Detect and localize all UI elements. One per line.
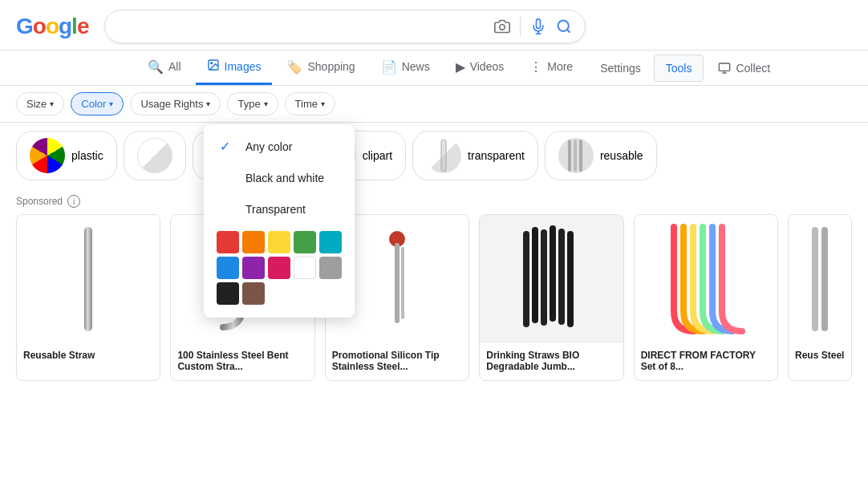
reusable-chip-image [558,138,594,173]
swatch-orange[interactable] [242,231,265,253]
search-input[interactable]: straws [118,19,494,34]
color-chevron-icon: ▾ [109,99,113,108]
card-info-3: Promotional Silicon Tip Stainless Steel.… [326,343,468,380]
card-info-5: DIRECT FROM FACTORY Set of 8... [635,343,777,380]
size-chevron-icon: ▾ [50,99,54,108]
card-info-6: Reus Steel [789,343,851,369]
search-bar: straws [104,10,586,43]
tools-button[interactable]: Tools [654,55,704,82]
settings-button[interactable]: Settings [590,55,651,81]
svg-rect-25 [523,231,529,327]
tab-videos[interactable]: ▶ Videos [444,51,516,85]
svg-point-0 [500,25,505,30]
size-filter[interactable]: Size ▾ [16,92,64,115]
usage-rights-chevron-icon: ▾ [206,99,210,108]
more-tab-icon: ⋮ [529,59,542,75]
google-logo[interactable]: Google [16,14,88,39]
swatch-blue[interactable] [217,257,239,279]
swatch-yellow[interactable] [268,231,290,253]
tab-more[interactable]: ⋮ More [518,51,584,85]
swatch-red[interactable] [217,231,239,253]
svg-rect-23 [395,243,400,323]
time-chevron-icon: ▾ [321,99,325,108]
svg-rect-28 [550,225,556,322]
transparent-chip-image [426,138,461,173]
category-chip-transparent[interactable]: transparent [412,131,538,180]
result-card-5[interactable]: DIRECT FROM FACTORY Set of 8... [634,214,778,381]
search-icons [494,17,572,36]
collect-button[interactable]: Collect [707,55,781,81]
images-tab-icon [207,59,220,75]
videos-tab-icon: ▶ [456,59,465,75]
news-tab-icon: 📄 [381,59,397,75]
result-image-4 [480,215,623,343]
checkmark-icon: ✓ [220,139,236,154]
svg-rect-17 [441,140,446,172]
color-filter[interactable]: Color ▾ [71,92,124,115]
card-info-1: Reusable Straw [17,343,160,369]
svg-rect-27 [541,229,547,326]
swatch-teal[interactable] [319,231,342,253]
svg-rect-20 [579,140,582,172]
svg-rect-29 [558,229,565,325]
category-chip-reusable[interactable]: reusable [545,131,657,180]
result-image-1 [17,215,160,343]
tab-images[interactable]: Images [196,51,273,85]
swatch-green[interactable] [294,231,316,253]
type-chevron-icon: ▾ [264,99,268,108]
svg-rect-19 [574,140,577,172]
svg-line-4 [567,30,570,33]
header: Google straws [0,0,868,51]
svg-rect-24 [401,247,404,319]
card-info-2: 100 Stainless Steel Bent Custom Stra... [171,343,314,380]
svg-rect-18 [568,140,571,172]
tab-news[interactable]: 📄 News [370,51,441,85]
color-swatches [204,225,355,311]
sponsored-info-icon[interactable]: i [67,195,80,208]
svg-rect-7 [720,63,730,71]
filter-bar: Size ▾ Color ▾ Usage Rights ▾ Type ▾ Tim… [0,86,868,123]
svg-point-3 [558,21,569,31]
mic-icon[interactable] [530,18,546,34]
swatch-white[interactable] [294,257,316,279]
results-grid: Reusable Straw 100 Stainle [16,214,852,381]
swatch-pink[interactable] [268,257,290,279]
tab-all[interactable]: 🔍 All [136,51,193,85]
result-card-4[interactable]: Drinking Straws BIO Degradable Jumb... [479,214,623,381]
result-card-1[interactable]: Reusable Straw [16,214,160,381]
time-filter[interactable]: Time ▾ [285,92,335,115]
nav-tabs: 🔍 All Images 🏷️ Shopping 📄 News ▶ Videos… [0,51,868,86]
svg-point-6 [210,63,212,64]
camera-icon[interactable] [494,18,510,34]
results-area: Sponsored i Reusable Straw [0,188,868,387]
white-chip-image [137,138,172,173]
swatch-gray[interactable] [319,257,342,279]
usage-rights-filter[interactable]: Usage Rights ▾ [130,92,221,115]
svg-rect-26 [532,227,538,323]
card-info-4: Drinking Straws BIO Degradable Jumb... [480,343,623,380]
svg-rect-30 [567,231,574,327]
swatch-black[interactable] [217,282,239,305]
color-dropdown: ✓ Any color ✓ Black and white ✓ Transpar… [204,124,355,318]
swatch-purple[interactable] [242,257,265,279]
tab-shopping[interactable]: 🏷️ Shopping [275,51,366,85]
category-chip-white[interactable] [124,131,186,180]
shopping-tab-icon: 🏷️ [286,59,302,75]
sponsored-bar: Sponsored i [16,195,852,208]
plastic-chip-image [30,138,65,173]
category-chip-plastic[interactable]: plastic [16,131,117,180]
search-icon[interactable] [556,18,572,34]
svg-rect-31 [812,227,818,331]
result-image-5 [635,215,777,343]
svg-rect-21 [84,227,92,331]
swatch-brown[interactable] [242,282,265,305]
result-card-6[interactable]: Reus Steel [788,214,852,381]
color-option-bw[interactable]: ✓ Black and white [204,162,355,193]
color-option-transparent[interactable]: ✓ Transparent [204,193,355,225]
search-tab-icon: 🔍 [148,59,164,75]
result-image-6 [789,215,851,343]
category-bar: plastic drinking clipart [0,123,868,188]
type-filter[interactable]: Type ▾ [227,92,278,115]
color-option-any[interactable]: ✓ Any color [204,131,355,162]
svg-rect-32 [821,227,828,331]
